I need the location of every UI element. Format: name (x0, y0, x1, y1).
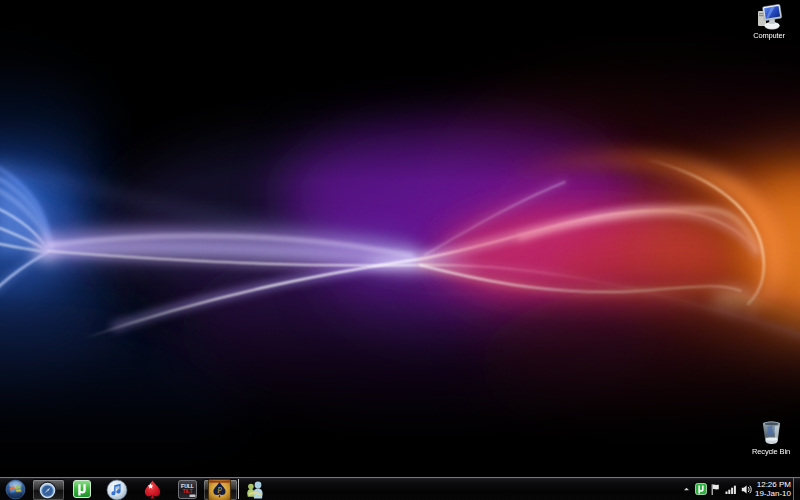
svg-text:P: P (216, 486, 222, 495)
svg-text:TILT: TILT (182, 488, 192, 494)
